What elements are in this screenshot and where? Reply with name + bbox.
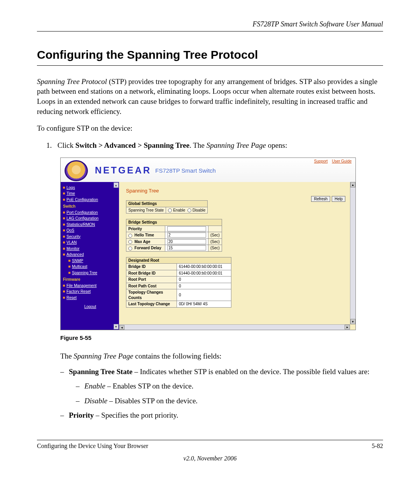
- designated-root-table: Designated Root Bridge ID61440-00:00:b0:…: [126, 257, 231, 308]
- app-window: NETGEAR FS728TP Smart Switch Support Use…: [60, 158, 356, 330]
- step-1-a: Click: [58, 141, 75, 149]
- footer-rule: [37, 440, 383, 440]
- sidebar-item-poe[interactable]: PoE Configuration: [63, 197, 117, 203]
- header-links: Support User Guide: [311, 159, 352, 164]
- global-settings-header: Global Settings: [126, 201, 208, 207]
- scroll-down-icon[interactable]: ▾: [350, 319, 355, 324]
- sidebar-item-reset[interactable]: Reset: [63, 295, 117, 301]
- bullet-icon: [68, 272, 70, 274]
- step-1-number: 1.: [46, 140, 56, 150]
- bullet-icon: [63, 248, 65, 250]
- sidebar-item-advanced[interactable]: Advanced: [63, 252, 117, 257]
- user-guide-link[interactable]: User Guide: [332, 159, 352, 163]
- app-header: NETGEAR FS728TP Smart Switch Support Use…: [61, 158, 355, 182]
- bullet-icon: [63, 254, 65, 256]
- stp-term: Spanning Tree Protocol: [37, 77, 107, 86]
- logout-link[interactable]: Logout: [63, 304, 117, 310]
- bullet-icon: [63, 217, 65, 219]
- priority-label: Priority: [128, 227, 142, 231]
- priority-input[interactable]: [167, 226, 206, 231]
- sidebar-item-multicast[interactable]: Multicast: [68, 264, 117, 270]
- last-topology-value: 0D/ 0H/ 54M/ 4S: [177, 301, 231, 308]
- sidebar-item-factory-reset[interactable]: Factory Reset: [63, 289, 117, 294]
- bullet-icon: [63, 187, 65, 189]
- topology-changes-label: Topology Changes Counts: [128, 290, 163, 300]
- step-1-e: opens:: [266, 141, 287, 149]
- content-vertical-scrollbar[interactable]: ▴▾: [350, 182, 355, 324]
- bullet-icon: [63, 236, 65, 238]
- title-rule: [37, 65, 383, 66]
- fields-intro: The Spanning Tree Page contains the foll…: [60, 351, 383, 361]
- sidebar-item-spanning-tree[interactable]: Spanning Tree: [68, 270, 117, 276]
- sidebar-item-statistics[interactable]: Statistics/RMON: [63, 222, 117, 228]
- page-title: Spanning Tree: [126, 187, 352, 194]
- hello-time-input[interactable]: [167, 233, 206, 238]
- bullet-icon: [63, 290, 65, 292]
- sidebar-cat-firmware: Firmware: [63, 277, 117, 282]
- scroll-left-icon[interactable]: ◂: [119, 325, 124, 330]
- brand-subtitle: FS728TP Smart Switch: [155, 167, 216, 175]
- netgear-logo-icon: [65, 160, 88, 181]
- enable-label: Enable: [173, 208, 185, 212]
- global-settings-table: Global Settings Spanning Tree State Enab…: [126, 200, 208, 214]
- disable-label: Disable: [192, 208, 205, 212]
- section-title: Configuring the Spanning Tree Protocol: [37, 47, 383, 63]
- sidebar-item-port-config[interactable]: Port Configuration: [63, 210, 117, 215]
- stp-enable-radio[interactable]: [168, 208, 172, 212]
- sidebar-item-monitor[interactable]: Monitor: [63, 246, 117, 252]
- sidebar-item-lag-config[interactable]: LAG Configuration: [63, 216, 117, 221]
- sidebar-item-file-management[interactable]: File Management: [63, 283, 117, 289]
- content-horizontal-scrollbar[interactable]: ◂▸: [119, 324, 350, 330]
- sidebar-item-logs[interactable]: Logs: [63, 185, 117, 191]
- brand-wordmark: NETGEAR: [95, 164, 151, 177]
- bridge-settings-header: Bridge Settings: [126, 219, 222, 226]
- sidebar-item-vlan[interactable]: VLAN: [63, 240, 117, 245]
- intro-paragraph-2: To configure STP on the device:: [37, 123, 383, 133]
- max-age-label: Max Age: [135, 240, 150, 244]
- sidebar-item-time[interactable]: Time: [63, 191, 117, 196]
- content-panel: Spanning Tree Refresh Help Global Settin…: [119, 182, 355, 330]
- root-bridge-id-label: Root Bridge ID: [128, 271, 156, 275]
- step-1-page: Spanning Tree Page: [206, 141, 266, 149]
- stp-disable-radio[interactable]: [187, 208, 191, 212]
- step-1: 1. Click Switch > Advanced > Spanning Tr…: [46, 140, 383, 150]
- max-age-input[interactable]: [167, 239, 206, 244]
- forward-delay-input[interactable]: [167, 245, 206, 250]
- last-topology-label: Last Topology Change: [128, 302, 170, 306]
- bullet-icon: [63, 212, 65, 214]
- refresh-button[interactable]: Refresh: [311, 196, 330, 202]
- stp-state-label: Spanning Tree State: [126, 207, 166, 214]
- figure-screenshot: NETGEAR FS728TP Smart Switch Support Use…: [60, 158, 356, 330]
- sidebar-scroll-down-icon[interactable]: ▾: [114, 324, 119, 329]
- forward-delay-radio[interactable]: [128, 247, 132, 250]
- scroll-right-icon[interactable]: ▸: [345, 325, 350, 329]
- field-priority: –Priority – Specifies the port priority.: [60, 410, 383, 420]
- hello-time-radio[interactable]: [128, 234, 132, 238]
- figure-caption: Figure 5-55: [60, 334, 383, 342]
- bullet-icon: [63, 297, 65, 299]
- sidebar-scroll-up-icon[interactable]: ▴: [114, 182, 119, 188]
- sidebar-item-qos[interactable]: QoS: [63, 228, 117, 233]
- support-link[interactable]: Support: [314, 159, 328, 163]
- field-stp-disable: –Disable – Disables STP on the device.: [76, 396, 383, 406]
- sidebar-item-security[interactable]: Security: [63, 234, 117, 240]
- bridge-id-label: Bridge ID: [128, 264, 145, 269]
- sidebar-item-snmp[interactable]: SNMP: [68, 258, 117, 264]
- root-path-cost-label: Root Path Cost: [128, 284, 156, 288]
- max-age-radio[interactable]: [128, 240, 132, 244]
- designated-root-header: Designated Root: [126, 257, 231, 264]
- bullet-icon: [63, 285, 65, 287]
- bridge-settings-table: Bridge Settings Priority Hello Time (Sec…: [126, 219, 222, 252]
- help-button[interactable]: Help: [332, 196, 345, 202]
- topology-changes-value: 0: [177, 289, 231, 301]
- intro-paragraph-1: Spanning Tree Protocol (STP) provides tr…: [37, 77, 383, 117]
- field-spanning-tree-state: –Spanning Tree State – Indicates whether…: [60, 367, 383, 377]
- root-port-value: 0: [177, 276, 231, 283]
- bullet-icon: [63, 242, 65, 243]
- scroll-up-icon[interactable]: ▴: [350, 182, 355, 187]
- bullet-icon: [63, 229, 65, 231]
- header-rule: [37, 31, 383, 32]
- forward-delay-label: Forward Delay: [135, 246, 161, 250]
- step-1-c: . The: [189, 141, 206, 149]
- running-header: FS728TP Smart Switch Software User Manua…: [37, 19, 383, 29]
